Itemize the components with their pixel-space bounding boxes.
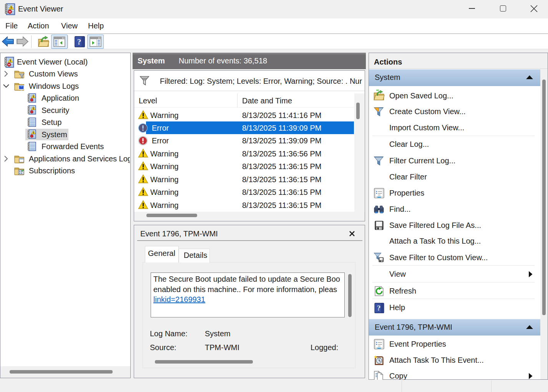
- svg-text:?: ?: [77, 37, 81, 47]
- svg-text:?: ?: [377, 304, 381, 312]
